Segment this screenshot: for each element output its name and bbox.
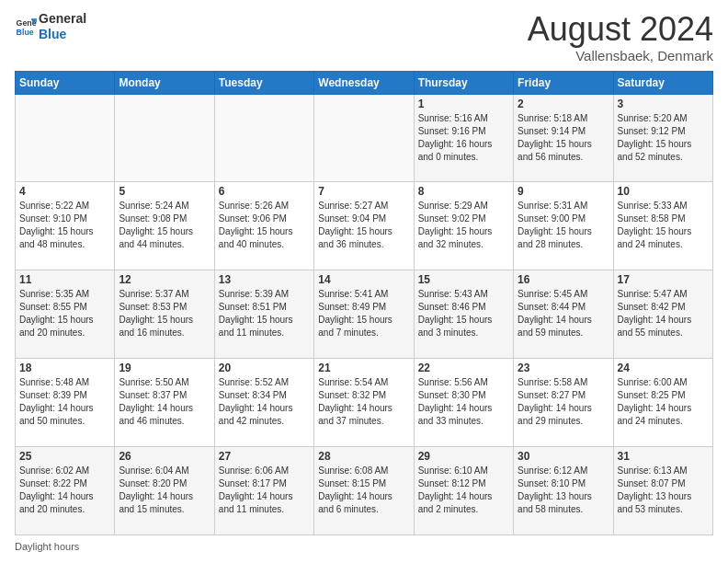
day-cell: 17Sunrise: 5:47 AM Sunset: 8:42 PM Dayli… [613, 270, 712, 359]
day-number: 28 [318, 450, 409, 463]
day-cell: 24Sunrise: 6:00 AM Sunset: 8:25 PM Dayli… [613, 359, 712, 447]
day-number: 5 [119, 185, 210, 198]
day-cell: 3Sunrise: 5:20 AM Sunset: 9:12 PM Daylig… [613, 94, 712, 182]
day-cell: 16Sunrise: 5:45 AM Sunset: 8:44 PM Dayli… [514, 270, 613, 359]
week-row-2: 11Sunrise: 5:35 AM Sunset: 8:55 PM Dayli… [16, 270, 713, 359]
day-number: 1 [418, 98, 509, 110]
day-number: 29 [418, 450, 509, 463]
day-info: Sunrise: 6:12 AM Sunset: 8:10 PM Dayligh… [518, 465, 609, 516]
day-cell: 19Sunrise: 5:50 AM Sunset: 8:37 PM Dayli… [115, 359, 214, 447]
day-info: Sunrise: 5:45 AM Sunset: 8:44 PM Dayligh… [518, 288, 609, 339]
week-row-0: 1Sunrise: 5:16 AM Sunset: 9:16 PM Daylig… [16, 94, 713, 182]
day-info: Sunrise: 5:35 AM Sunset: 8:55 PM Dayligh… [19, 288, 110, 339]
svg-text:Blue: Blue [17, 28, 34, 37]
day-info: Sunrise: 5:18 AM Sunset: 9:14 PM Dayligh… [518, 112, 609, 164]
day-number: 2 [518, 98, 609, 110]
logo-general: General [39, 11, 86, 27]
day-number: 7 [318, 185, 409, 198]
week-row-3: 18Sunrise: 5:48 AM Sunset: 8:39 PM Dayli… [16, 359, 713, 447]
week-row-1: 4Sunrise: 5:22 AM Sunset: 9:10 PM Daylig… [16, 182, 713, 270]
day-number: 3 [618, 98, 709, 110]
day-info: Sunrise: 5:48 AM Sunset: 8:39 PM Dayligh… [19, 376, 110, 428]
day-number: 23 [518, 362, 609, 374]
day-info: Sunrise: 6:06 AM Sunset: 8:17 PM Dayligh… [219, 465, 310, 516]
day-number: 15 [418, 273, 509, 286]
logo-blue: Blue [39, 27, 86, 42]
header-saturday: Saturday [613, 71, 712, 94]
page: General Blue General Blue August 2024 Va… [0, 0, 728, 563]
day-number: 19 [119, 362, 210, 374]
day-info: Sunrise: 5:47 AM Sunset: 8:42 PM Dayligh… [618, 288, 709, 339]
day-info: Sunrise: 5:20 AM Sunset: 9:12 PM Dayligh… [618, 112, 709, 164]
day-cell: 14Sunrise: 5:41 AM Sunset: 8:49 PM Dayli… [314, 270, 414, 359]
day-number: 20 [219, 362, 310, 374]
header-sunday: Sunday [16, 71, 115, 94]
day-cell: 5Sunrise: 5:24 AM Sunset: 9:08 PM Daylig… [115, 182, 214, 270]
location-subtitle: Vallensbaek, Denmark [528, 48, 713, 63]
day-info: Sunrise: 5:37 AM Sunset: 8:53 PM Dayligh… [119, 288, 210, 339]
day-cell: 10Sunrise: 5:33 AM Sunset: 8:58 PM Dayli… [613, 182, 712, 270]
day-number: 27 [219, 450, 310, 463]
day-cell: 4Sunrise: 5:22 AM Sunset: 9:10 PM Daylig… [16, 182, 115, 270]
day-info: Sunrise: 5:50 AM Sunset: 8:37 PM Dayligh… [119, 376, 210, 428]
day-cell: 23Sunrise: 5:58 AM Sunset: 8:27 PM Dayli… [514, 359, 613, 447]
logo-icon: General Blue [15, 16, 37, 38]
day-cell [314, 94, 414, 182]
title-block: August 2024 Vallensbaek, Denmark [528, 11, 713, 63]
day-cell: 18Sunrise: 5:48 AM Sunset: 8:39 PM Dayli… [16, 359, 115, 447]
day-number: 10 [618, 185, 709, 198]
day-number: 26 [119, 450, 210, 463]
day-info: Sunrise: 5:33 AM Sunset: 8:58 PM Dayligh… [618, 200, 709, 251]
day-cell: 13Sunrise: 5:39 AM Sunset: 8:51 PM Dayli… [214, 270, 313, 359]
day-cell: 9Sunrise: 5:31 AM Sunset: 9:00 PM Daylig… [514, 182, 613, 270]
day-info: Sunrise: 5:27 AM Sunset: 9:04 PM Dayligh… [318, 200, 409, 251]
day-info: Sunrise: 5:26 AM Sunset: 9:06 PM Dayligh… [219, 200, 310, 251]
header-wednesday: Wednesday [314, 71, 414, 94]
day-cell: 1Sunrise: 5:16 AM Sunset: 9:16 PM Daylig… [414, 94, 513, 182]
day-cell: 12Sunrise: 5:37 AM Sunset: 8:53 PM Dayli… [115, 270, 214, 359]
day-info: Sunrise: 6:13 AM Sunset: 8:07 PM Dayligh… [618, 465, 709, 516]
day-info: Sunrise: 6:08 AM Sunset: 8:15 PM Dayligh… [318, 465, 409, 516]
day-number: 22 [418, 362, 509, 374]
day-cell [16, 94, 115, 182]
month-title: August 2024 [528, 11, 713, 48]
header-row: SundayMondayTuesdayWednesdayThursdayFrid… [16, 71, 713, 94]
week-row-4: 25Sunrise: 6:02 AM Sunset: 8:22 PM Dayli… [16, 447, 713, 535]
day-number: 31 [618, 450, 709, 463]
day-info: Sunrise: 5:31 AM Sunset: 9:00 PM Dayligh… [518, 200, 609, 251]
day-cell [214, 94, 313, 182]
day-number: 6 [219, 185, 310, 198]
day-info: Sunrise: 6:02 AM Sunset: 8:22 PM Dayligh… [19, 465, 110, 516]
day-cell: 2Sunrise: 5:18 AM Sunset: 9:14 PM Daylig… [514, 94, 613, 182]
day-cell: 31Sunrise: 6:13 AM Sunset: 8:07 PM Dayli… [613, 447, 712, 535]
logo: General Blue General Blue [15, 11, 86, 42]
day-cell: 28Sunrise: 6:08 AM Sunset: 8:15 PM Dayli… [314, 447, 414, 535]
day-cell: 27Sunrise: 6:06 AM Sunset: 8:17 PM Dayli… [214, 447, 313, 535]
day-number: 30 [518, 450, 609, 463]
day-info: Sunrise: 5:52 AM Sunset: 8:34 PM Dayligh… [219, 376, 310, 428]
day-cell: 8Sunrise: 5:29 AM Sunset: 9:02 PM Daylig… [414, 182, 513, 270]
header-monday: Monday [115, 71, 214, 94]
day-info: Sunrise: 5:29 AM Sunset: 9:02 PM Dayligh… [418, 200, 509, 251]
day-info: Sunrise: 5:58 AM Sunset: 8:27 PM Dayligh… [518, 376, 609, 428]
day-cell: 26Sunrise: 6:04 AM Sunset: 8:20 PM Dayli… [115, 447, 214, 535]
day-info: Sunrise: 5:43 AM Sunset: 8:46 PM Dayligh… [418, 288, 509, 339]
day-number: 21 [318, 362, 409, 374]
day-cell: 11Sunrise: 5:35 AM Sunset: 8:55 PM Dayli… [16, 270, 115, 359]
day-number: 14 [318, 273, 409, 286]
day-number: 18 [19, 362, 110, 374]
day-cell: 15Sunrise: 5:43 AM Sunset: 8:46 PM Dayli… [414, 270, 513, 359]
day-number: 4 [19, 185, 110, 198]
day-cell: 7Sunrise: 5:27 AM Sunset: 9:04 PM Daylig… [314, 182, 414, 270]
day-cell: 22Sunrise: 5:56 AM Sunset: 8:30 PM Dayli… [414, 359, 513, 447]
day-info: Sunrise: 5:22 AM Sunset: 9:10 PM Dayligh… [19, 200, 110, 251]
day-cell: 6Sunrise: 5:26 AM Sunset: 9:06 PM Daylig… [214, 182, 313, 270]
day-number: 24 [618, 362, 709, 374]
day-cell: 30Sunrise: 6:12 AM Sunset: 8:10 PM Dayli… [514, 447, 613, 535]
calendar-header: SundayMondayTuesdayWednesdayThursdayFrid… [16, 71, 713, 94]
day-number: 25 [19, 450, 110, 463]
day-cell [115, 94, 214, 182]
day-cell: 29Sunrise: 6:10 AM Sunset: 8:12 PM Dayli… [414, 447, 513, 535]
day-info: Sunrise: 6:10 AM Sunset: 8:12 PM Dayligh… [418, 465, 509, 516]
day-cell: 25Sunrise: 6:02 AM Sunset: 8:22 PM Dayli… [16, 447, 115, 535]
